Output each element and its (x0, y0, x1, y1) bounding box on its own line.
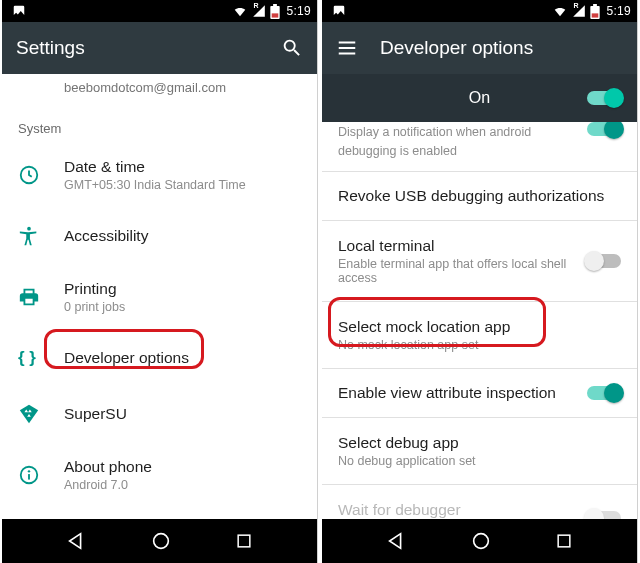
svg-point-2 (27, 227, 31, 231)
home-icon[interactable] (470, 530, 492, 552)
switch-adb-notification[interactable] (587, 122, 621, 136)
svg-rect-5 (28, 474, 30, 480)
nav-bar (322, 519, 637, 563)
master-switch-row[interactable]: On (322, 74, 637, 122)
search-icon[interactable] (281, 37, 303, 59)
back-icon[interactable] (65, 530, 87, 552)
row-accessibility[interactable]: Accessibility (2, 208, 317, 264)
status-bar: R 5:19 (322, 0, 637, 22)
roaming-indicator: R (573, 2, 578, 9)
printer-icon (18, 286, 64, 308)
row-select-debug-app[interactable]: Select debug app No debug application se… (322, 418, 637, 484)
row-local-terminal[interactable]: Local terminal Enable terminal app that … (322, 221, 637, 301)
row-label: Select mock location app (338, 318, 621, 336)
row-label: Printing (64, 280, 301, 298)
row-sub: No mock location app set (338, 338, 621, 352)
row-printing[interactable]: Printing 0 print jobs (2, 264, 317, 330)
braces-icon: { } (18, 348, 64, 368)
screenshot-icon (12, 4, 26, 18)
recents-icon[interactable] (234, 531, 254, 551)
svg-rect-10 (558, 535, 570, 547)
status-clock: 5:19 (286, 4, 311, 18)
svg-rect-8 (592, 13, 599, 17)
row-label: Select debug app (338, 434, 621, 452)
supersu-icon (18, 403, 64, 425)
account-email[interactable]: beebomdotcom@gmail.com (2, 74, 317, 107)
row-view-attribute[interactable]: Enable view attribute inspection (322, 369, 637, 417)
status-bar: R 5:19 (2, 0, 317, 22)
switch-wait-debugger (587, 511, 621, 519)
wifi-icon (232, 4, 248, 18)
appbar: Developer options (322, 22, 637, 74)
clock-icon (18, 164, 64, 186)
devopts-list[interactable]: Display a notification when android debu… (322, 122, 637, 519)
row-label: SuperSU (64, 405, 301, 423)
hamburger-icon[interactable] (336, 37, 358, 59)
row-developer-options[interactable]: { } Developer options (2, 330, 317, 386)
row-mock-location[interactable]: Select mock location app No mock locatio… (322, 302, 637, 368)
signal-icon: R (572, 4, 586, 18)
row-sub: GMT+05:30 India Standard Time (64, 178, 301, 192)
row-label: About phone (64, 458, 301, 476)
row-label: Local terminal (338, 237, 579, 255)
row-label: Enable view attribute inspection (338, 384, 579, 402)
home-icon[interactable] (150, 530, 172, 552)
row-label: Revoke USB debugging authorizations (338, 187, 621, 205)
recents-icon[interactable] (554, 531, 574, 551)
master-switch[interactable] (587, 91, 621, 105)
battery-icon (270, 4, 280, 19)
row-label: Developer options (64, 349, 301, 367)
appbar: Settings (2, 22, 317, 74)
row-supersu[interactable]: SuperSU (2, 386, 317, 442)
switch-view-attribute[interactable] (587, 386, 621, 400)
row-sub: Enable terminal app that offers local sh… (338, 257, 579, 285)
appbar-title: Settings (16, 37, 85, 59)
back-icon[interactable] (385, 530, 407, 552)
svg-point-9 (473, 534, 488, 549)
settings-list[interactable]: beebomdotcom@gmail.com System Date & tim… (2, 74, 317, 519)
row-sub: 0 print jobs (64, 300, 301, 314)
svg-rect-7 (238, 535, 250, 547)
appbar-title: Developer options (380, 37, 533, 59)
section-system: System (2, 107, 317, 142)
phone-devoptions: R 5:19 Developer options On Display a no… (322, 0, 638, 563)
svg-rect-0 (272, 13, 279, 17)
svg-point-4 (28, 470, 30, 472)
row-label: Wait for debugger (338, 501, 579, 519)
status-clock: 5:19 (606, 4, 631, 18)
row-revoke-usb[interactable]: Revoke USB debugging authorizations (322, 172, 637, 220)
row-wait-for-debugger: Wait for debugger Debugged application w… (322, 485, 637, 519)
row-sub: No debug application set (338, 454, 621, 468)
svg-point-6 (153, 534, 168, 549)
row-label: Accessibility (64, 227, 301, 245)
signal-icon: R (252, 4, 266, 18)
switch-local-terminal[interactable] (587, 254, 621, 268)
battery-icon (590, 4, 600, 19)
row-adb-notification[interactable]: Display a notification when android debu… (322, 122, 637, 171)
row-sub: Display a notification when android debu… (338, 125, 531, 158)
accessibility-icon (18, 225, 64, 247)
row-sub: Android 7.0 (64, 478, 301, 492)
roaming-indicator: R (253, 2, 258, 9)
wifi-icon (552, 4, 568, 18)
row-about-phone[interactable]: About phone Android 7.0 (2, 442, 317, 508)
row-date-time[interactable]: Date & time GMT+05:30 India Standard Tim… (2, 142, 317, 208)
master-switch-label: On (372, 89, 587, 107)
nav-bar (2, 519, 317, 563)
info-icon (18, 464, 64, 486)
screenshot-icon (332, 4, 346, 18)
phone-settings: R 5:19 Settings beebomdotcom@gmail.com S… (2, 0, 318, 563)
row-label: Date & time (64, 158, 301, 176)
